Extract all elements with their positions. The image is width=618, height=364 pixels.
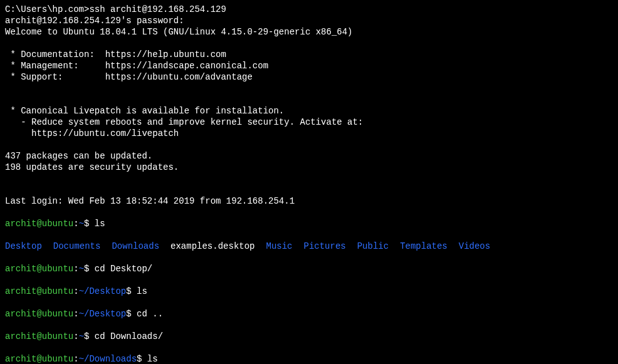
blank-line	[5, 173, 613, 184]
dir-documents: Documents	[53, 241, 101, 251]
prompt-path: ~/Desktop	[79, 286, 127, 296]
prompt-colon: :	[73, 219, 78, 229]
prompt-path: ~/Desktop	[79, 309, 127, 319]
prompt-line: archit@ubuntu:~$ ls	[5, 207, 613, 229]
prompt-colon: :	[73, 354, 78, 364]
packages-line-2: 198 updates are security updates.	[5, 162, 613, 173]
prompt-dollar: $	[84, 264, 95, 274]
documentation-line: * Documentation: https://help.ubuntu.com	[5, 49, 613, 60]
dir-desktop: Desktop	[5, 241, 42, 251]
management-line: * Management: https://landscape.canonica…	[5, 60, 613, 71]
prompt-colon: :	[73, 286, 78, 296]
blank-line	[5, 83, 613, 94]
livepatch-line-2: - Reduce system reboots and improve kern…	[5, 117, 613, 128]
support-line: * Support: https://ubuntu.com/advantage	[5, 71, 613, 83]
livepatch-line-1: * Canonical Livepatch is available for i…	[5, 105, 613, 117]
prompt-line: archit@ubuntu:~$ cd Desktop/	[5, 252, 613, 274]
ls-output-line: DesktopDocumentsDownloadsexamples.deskto…	[5, 229, 613, 252]
dir-music: Music	[266, 241, 292, 251]
prompt-user: archit@ubuntu	[5, 264, 73, 274]
prompt-user: archit@ubuntu	[5, 354, 73, 364]
command-text: cd Desktop/	[95, 264, 152, 274]
command-text: ls	[137, 286, 147, 296]
blank-line	[5, 38, 613, 49]
prompt-line: archit@ubuntu:~/Desktop$ cd ..	[5, 297, 613, 320]
ssh-command-line: C:\Users\hp.com>ssh archit@192.168.254.1…	[5, 4, 613, 15]
dir-templates: Templates	[400, 241, 448, 251]
prompt-user: archit@ubuntu	[5, 286, 73, 296]
dir-downloads: Downloads	[112, 241, 159, 251]
prompt-user: archit@ubuntu	[5, 219, 73, 229]
blank-line	[5, 184, 613, 195]
prompt-path: ~	[79, 219, 84, 229]
terminal[interactable]: C:\Users\hp.com>ssh archit@192.168.254.1…	[5, 4, 613, 364]
prompt-dollar: $	[84, 331, 95, 341]
dir-public: Public	[357, 241, 389, 251]
prompt-path: ~	[79, 331, 84, 341]
prompt-user: archit@ubuntu	[5, 331, 73, 341]
prompt-line: archit@ubuntu:~/Downloads$ ls	[5, 342, 613, 364]
prompt-line: archit@ubuntu:~/Desktop$ ls	[5, 274, 613, 297]
blank-line	[5, 94, 613, 105]
command-text: cd ..	[137, 309, 163, 319]
prompt-colon: :	[73, 331, 78, 341]
livepatch-line-3: https://ubuntu.com/livepatch	[5, 128, 613, 139]
blank-line	[5, 139, 613, 150]
packages-line-1: 437 packages can be updated.	[5, 150, 613, 162]
file-examples: examples.desktop	[170, 241, 254, 251]
command-text: ls	[147, 354, 158, 364]
prompt-path: ~/Downloads	[79, 354, 137, 364]
dir-videos: Videos	[459, 241, 490, 251]
prompt-line: archit@ubuntu:~$ cd Downloads/	[5, 320, 613, 342]
prompt-colon: :	[73, 264, 78, 274]
password-prompt-line: archit@192.168.254.129's password:	[5, 15, 613, 26]
prompt-colon: :	[73, 309, 78, 319]
prompt-dollar: $	[84, 219, 95, 229]
prompt-path: ~	[79, 264, 84, 274]
prompt-dollar: $	[126, 309, 137, 319]
prompt-dollar: $	[137, 354, 147, 364]
last-login-line: Last login: Wed Feb 13 18:52:44 2019 fro…	[5, 195, 613, 207]
prompt-user: archit@ubuntu	[5, 309, 73, 319]
welcome-line: Welcome to Ubuntu 18.04.1 LTS (GNU/Linux…	[5, 26, 613, 38]
prompt-dollar: $	[126, 286, 137, 296]
command-text: cd Downloads/	[95, 331, 163, 341]
command-text: ls	[95, 219, 105, 229]
dir-pictures: Pictures	[304, 241, 346, 251]
